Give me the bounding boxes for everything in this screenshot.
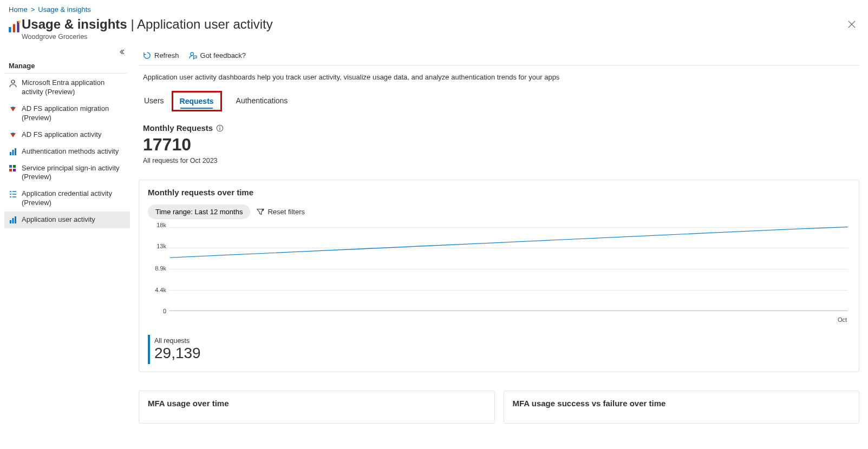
insights-icon — [8, 20, 22, 34]
chart-line — [169, 226, 848, 311]
sidebar-item-label: Microsoft Entra application activity (Pr… — [22, 78, 126, 97]
mfa-usage-card: MFA usage over time — [139, 391, 495, 424]
mfa-success-failure-card: MFA usage success vs failure over time — [504, 391, 860, 424]
breadcrumb-usage[interactable]: Usage & insights — [38, 5, 91, 14]
page-title-bold: Usage & insights — [22, 17, 127, 31]
sidebar-item-service-principal[interactable]: Service principal sign-in activity (Prev… — [4, 160, 130, 186]
main-content: Refresh Got feedback? Application user a… — [130, 46, 868, 434]
sidebar-item-credential-activity[interactable]: Application credential activity (Preview… — [4, 186, 130, 212]
sidebar-item-label: Authentication methods activity — [22, 147, 119, 156]
y-tick: 4.4k — [155, 287, 166, 293]
bar-chart-icon — [9, 148, 17, 156]
page-title-thin: Application user activity — [137, 17, 273, 31]
toolbar: Refresh Got feedback? — [139, 46, 859, 65]
page-description: Application user activity dashboards hel… — [139, 65, 859, 91]
reset-filters-button[interactable]: Reset filters — [257, 208, 305, 216]
svg-point-5 — [12, 107, 14, 109]
tab-requests[interactable]: Requests — [179, 94, 215, 110]
requests-chart: 18k 13k 8.9k 4.4k 0 Oct — [148, 223, 850, 326]
page-header: Usage & insights | Application user acti… — [0, 17, 868, 46]
svg-rect-10 — [9, 165, 12, 168]
mfa-usage-title: MFA usage over time — [148, 399, 486, 408]
sidebar-item-adfs-migration[interactable]: AD FS application migration (Preview) — [4, 101, 130, 127]
sidebar-section: Manage — [4, 58, 127, 74]
breadcrumb: Home > Usage & insights — [0, 0, 868, 17]
y-tick: 18k — [156, 222, 166, 228]
svg-rect-12 — [9, 169, 12, 171]
svg-rect-7 — [10, 152, 11, 155]
close-icon — [848, 21, 856, 28]
sidebar-item-label: AD FS application migration (Preview) — [22, 104, 126, 123]
page-title-sep: | — [127, 17, 137, 31]
svg-point-17 — [190, 52, 193, 56]
svg-rect-0 — [9, 27, 11, 32]
info-icon[interactable] — [216, 124, 224, 132]
y-tick: 13k — [156, 243, 166, 249]
tab-users[interactable]: Users — [143, 93, 165, 109]
svg-rect-1 — [13, 24, 15, 32]
mfa-success-failure-title: MFA usage success vs failure over time — [513, 399, 851, 408]
x-end-label: Oct — [838, 316, 847, 323]
checklist-icon — [9, 190, 17, 199]
metric-title: Monthly Requests — [143, 123, 213, 133]
chart-legend: All requests 29,139 — [148, 335, 850, 364]
grid-icon — [9, 164, 17, 173]
bar-chart-icon — [9, 216, 17, 225]
svg-rect-20 — [220, 128, 220, 130]
refresh-label: Refresh — [154, 51, 179, 60]
sidebar-item-label: Application user activity — [22, 215, 95, 225]
svg-rect-8 — [12, 150, 14, 155]
sidebar-item-app-user-activity[interactable]: Application user activity — [4, 212, 130, 228]
close-button[interactable] — [844, 17, 859, 32]
sidebar: Manage Microsoft Entra application activ… — [0, 46, 130, 228]
metric-value: 17710 — [143, 135, 855, 155]
sidebar-item-adfs-activity[interactable]: AD FS application activity — [4, 127, 130, 143]
person-icon — [9, 79, 17, 88]
svg-rect-16 — [15, 216, 16, 223]
legend-label: All requests — [154, 337, 850, 345]
feedback-icon — [189, 51, 197, 60]
sidebar-item-entra-app-activity[interactable]: Microsoft Entra application activity (Pr… — [4, 75, 130, 101]
breadcrumb-home[interactable]: Home — [9, 5, 28, 14]
tabs: Users Requests Authentications — [139, 91, 859, 111]
sidebar-item-label: AD FS application activity — [22, 130, 101, 140]
chart-card: Monthly requests over time Time range: L… — [139, 180, 859, 372]
svg-rect-9 — [15, 148, 16, 155]
svg-rect-13 — [13, 169, 16, 171]
sidebar-item-label: Service principal sign-in activity (Prev… — [22, 164, 126, 182]
y-tick: 0 — [163, 308, 166, 314]
chart-y-axis: 18k 13k 8.9k 4.4k 0 — [148, 223, 168, 311]
migration-icon — [9, 105, 17, 114]
tab-requests-highlight: Requests — [172, 91, 222, 111]
sidebar-item-auth-methods[interactable]: Authentication methods activity — [4, 143, 130, 160]
tab-authentications[interactable]: Authentications — [235, 93, 289, 109]
svg-rect-11 — [13, 165, 16, 168]
legend-value: 29,139 — [154, 345, 850, 362]
time-range-filter[interactable]: Time range: Last 12 months — [148, 204, 250, 219]
y-tick: 8.9k — [155, 265, 166, 272]
page-subtitle: Woodgrove Groceries — [22, 33, 273, 41]
activity-icon — [9, 131, 17, 140]
refresh-button[interactable]: Refresh — [143, 51, 179, 60]
refresh-icon — [143, 51, 151, 60]
monthly-requests-metric: Monthly Requests 17710 All requests for … — [139, 111, 859, 170]
chart-title: Monthly requests over time — [148, 188, 850, 197]
svg-point-3 — [18, 21, 21, 23]
chart-plot — [169, 226, 848, 311]
svg-point-19 — [219, 126, 220, 127]
svg-rect-15 — [12, 218, 14, 223]
filter-reset-icon — [257, 208, 264, 216]
svg-point-6 — [12, 133, 14, 135]
svg-rect-14 — [10, 220, 11, 223]
svg-point-4 — [11, 80, 15, 83]
sidebar-item-label: Application credential activity (Preview… — [22, 189, 126, 208]
page-title: Usage & insights | Application user acti… — [22, 17, 273, 32]
reset-label: Reset filters — [267, 208, 305, 216]
metric-sub: All requests for Oct 2023 — [143, 157, 855, 164]
sidebar-collapse[interactable] — [4, 48, 130, 58]
feedback-button[interactable]: Got feedback? — [189, 51, 246, 60]
feedback-label: Got feedback? — [200, 51, 246, 60]
breadcrumb-sep: > — [31, 5, 35, 14]
